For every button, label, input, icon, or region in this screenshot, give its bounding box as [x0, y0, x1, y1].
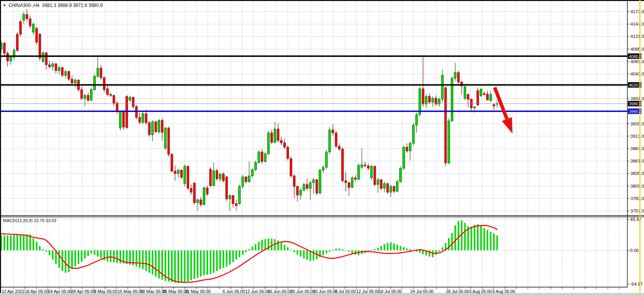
- date-label: 30 Jun 05:00: [313, 289, 338, 294]
- date-label: 24 Jul 05:00: [410, 289, 434, 294]
- date-label: 6 Jul 05:00: [335, 289, 356, 294]
- date-label: 25 May 05:00: [162, 289, 188, 294]
- date-label: 6 Jun 05:00: [223, 289, 245, 294]
- symbol-ohlc-text: CHINA300-,H4 3981.3 3988.9 3972.6 3980.9: [9, 3, 103, 8]
- symbol-dropdown-icon[interactable]: ▼: [3, 3, 6, 7]
- date-label: 31 May 05:00: [185, 289, 211, 294]
- window-border-top: [0, 0, 644, 1]
- price-tick-label: 3887.0: [630, 146, 644, 151]
- date-label: 3 Aug 05:00: [469, 289, 492, 294]
- window-border-left: [0, 0, 1, 293]
- date-label: 15 May 05:00: [118, 289, 143, 294]
- price-tick-label: 3913.0: [630, 134, 644, 139]
- date-label: 16 Jun 05:00: [268, 289, 292, 294]
- date-label: 28 Jul 05:00: [446, 289, 469, 294]
- date-label: 28 Apr 05:00: [71, 289, 95, 294]
- price-tick-label: 4043.0: [630, 72, 644, 76]
- price-tick-label: 3809.0: [630, 184, 644, 188]
- date-label: 18 Jul 05:00: [379, 289, 402, 294]
- price-tick-label: 4173.0: [630, 9, 644, 14]
- price-tick-label: 3939.0: [630, 121, 644, 126]
- yellow-edge-line: [639, 0, 641, 293]
- price-tick-label: 3783.0: [630, 196, 644, 201]
- price-tick-label: 3991.0: [630, 96, 644, 101]
- price-tick-label: 3861.0: [630, 159, 644, 163]
- date-label: 12 Jun 05:00: [245, 289, 270, 294]
- date-label: 26 Jun 05:00: [290, 289, 315, 294]
- macd-tick-label: -54.17: [630, 282, 643, 286]
- date-label: 18 Apr 05:00: [25, 289, 49, 294]
- date-label: 9 May 05:00: [94, 289, 118, 294]
- price-tick-label: 4095.0: [630, 47, 644, 51]
- symbol-title: ▼CHINA300-,H4 3981.3 3988.9 3972.6 3980.…: [3, 3, 102, 8]
- price-tick-label: 4147.0: [630, 22, 644, 26]
- date-label: 9 Aug 05:00: [492, 289, 515, 294]
- chart-canvas[interactable]: 4173.04147.04121.04095.04069.04043.03991…: [0, 0, 644, 296]
- price-tick-label: 4121.0: [630, 34, 644, 39]
- macd-tick-label: 0.00: [630, 248, 639, 253]
- price-tick-label: 4069.0: [630, 59, 644, 64]
- date-label: 12 Apr 2023: [2, 289, 24, 294]
- macd-indicator-label: MACD(12,26,9) 23.75 33.53: [3, 218, 56, 223]
- date-label: 12 Jul 05:00: [356, 289, 379, 294]
- price-tick-label: 3757.0: [630, 209, 644, 213]
- date-label: 24 Apr 05:00: [48, 289, 72, 294]
- price-tick-label: 3835.0: [630, 171, 644, 176]
- chart-window: 4173.04147.04121.04095.04069.04043.03991…: [0, 0, 644, 296]
